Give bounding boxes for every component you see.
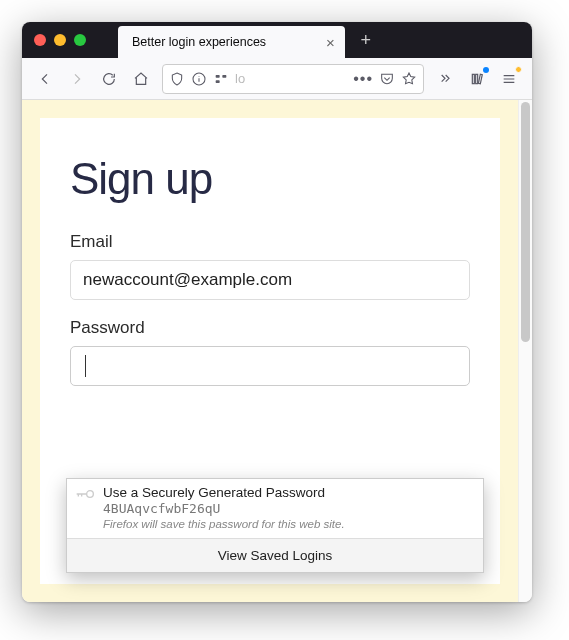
minimize-window-button[interactable] (54, 34, 66, 46)
svg-rect-4 (472, 74, 474, 83)
svg-rect-6 (478, 74, 482, 84)
browser-window: Better login experiences × + (22, 22, 532, 602)
svg-rect-1 (216, 75, 220, 78)
email-value: newaccount@example.com (83, 270, 292, 289)
password-autofill-popup: Use a Securely Generated Password 4BUAqv… (66, 478, 484, 573)
app-menu-button[interactable] (494, 64, 524, 94)
autofill-generated-password: 4BUAqvcfwbF26qU (103, 501, 473, 516)
svg-point-7 (87, 491, 94, 498)
shield-icon[interactable] (169, 71, 185, 87)
library-button[interactable] (462, 64, 492, 94)
tab-close-icon[interactable]: × (326, 34, 335, 51)
svg-rect-5 (476, 74, 478, 83)
svg-rect-3 (222, 75, 226, 78)
browser-tab[interactable]: Better login experiences × (118, 26, 345, 58)
tab-title: Better login experiences (132, 35, 266, 49)
menu-alert-icon (515, 66, 522, 73)
autofill-suggestion-row[interactable]: Use a Securely Generated Password 4BUAqv… (67, 479, 483, 538)
zoom-window-button[interactable] (74, 34, 86, 46)
svg-rect-2 (216, 80, 220, 83)
bookmark-star-icon[interactable] (401, 71, 417, 87)
close-window-button[interactable] (34, 34, 46, 46)
nav-toolbar: lo ••• (22, 58, 532, 100)
home-button[interactable] (126, 64, 156, 94)
vertical-scrollbar[interactable] (518, 100, 532, 602)
password-label: Password (70, 318, 470, 338)
view-saved-logins-button[interactable]: View Saved Logins (67, 538, 483, 572)
window-controls (30, 34, 94, 46)
reload-button[interactable] (94, 64, 124, 94)
pocket-icon[interactable] (379, 71, 395, 87)
email-label: Email (70, 232, 470, 252)
new-tab-button[interactable]: + (351, 25, 381, 55)
tab-bar: Better login experiences × + (22, 22, 532, 58)
url-text: lo (235, 71, 347, 86)
page-heading: Sign up (70, 154, 470, 204)
autofill-title: Use a Securely Generated Password (103, 485, 473, 500)
forward-button[interactable] (62, 64, 92, 94)
key-icon (75, 487, 95, 501)
password-field-group: Password (70, 318, 470, 386)
scrollbar-thumb[interactable] (521, 102, 530, 342)
autofill-note: Firefox will save this password for this… (103, 518, 473, 530)
notification-dot-icon (483, 67, 489, 73)
email-input[interactable]: newaccount@example.com (70, 260, 470, 300)
page-body: Sign up Email newaccount@example.com Pas… (22, 100, 518, 602)
permissions-icon[interactable] (213, 71, 229, 87)
site-info-icon[interactable] (191, 71, 207, 87)
page-actions-icon[interactable]: ••• (353, 70, 373, 88)
url-bar[interactable]: lo ••• (162, 64, 424, 94)
back-button[interactable] (30, 64, 60, 94)
text-cursor-icon (85, 355, 86, 377)
email-field-group: Email newaccount@example.com (70, 232, 470, 300)
password-input[interactable] (70, 346, 470, 386)
overflow-button[interactable] (430, 64, 460, 94)
content-area: Sign up Email newaccount@example.com Pas… (22, 100, 532, 602)
